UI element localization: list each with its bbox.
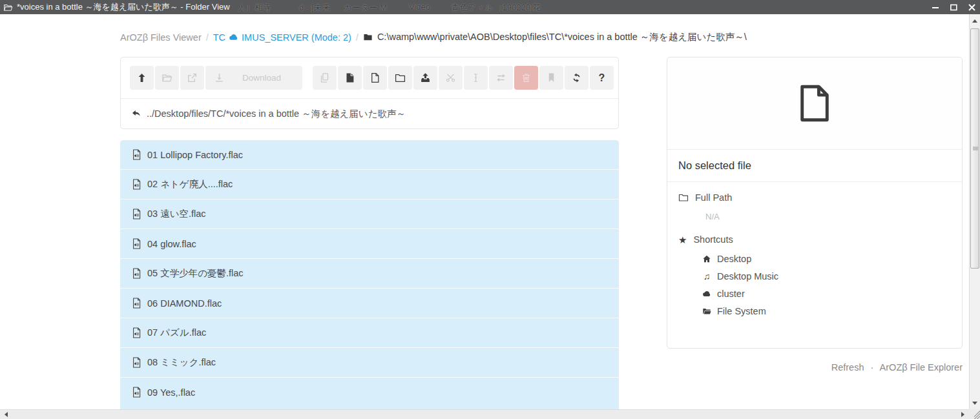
toolbar-card: Download? ../Desktop/files/TC/*voices in… <box>120 57 619 129</box>
footer: Refresh · ArOZβ File Explorer <box>831 362 963 373</box>
delete-button[interactable] <box>514 66 538 90</box>
app-name-link[interactable]: ArOZβ File Explorer <box>880 362 963 373</box>
file-row[interactable]: 02 ネトゲ廃人....flac <box>120 169 619 199</box>
maximize-button[interactable] <box>949 3 958 11</box>
paste-button[interactable] <box>338 66 362 90</box>
file-icon <box>798 84 831 123</box>
shortcut-label: File System <box>717 306 766 316</box>
paste-icon <box>344 72 355 83</box>
rename-button[interactable] <box>464 66 488 90</box>
minimize-button[interactable] <box>931 3 940 11</box>
help-button[interactable]: ? <box>590 66 614 90</box>
window-resize-grip[interactable] <box>969 409 980 419</box>
file-row[interactable]: 01 Lollipop Factory.flac <box>120 140 619 169</box>
file-name: 07 パズル.flac <box>147 327 206 339</box>
file-list: 01 Lollipop Factory.flac02 ネトゲ廃人....flac… <box>120 140 619 407</box>
close-button[interactable] <box>967 3 976 11</box>
open-button[interactable] <box>155 66 179 90</box>
rename-icon <box>470 72 481 83</box>
go-up-button[interactable] <box>130 66 154 90</box>
folder-solid-icon <box>363 32 373 42</box>
background-window-label: 人］相寺 <box>238 2 271 14</box>
file-name: 06 DIAMOND.flac <box>147 298 222 309</box>
shortcut-item-cluster[interactable]: cluster <box>702 289 951 299</box>
full-path-label: Full Path <box>695 192 732 203</box>
external-link-icon <box>187 72 198 83</box>
vertical-scrollbar-thumb[interactable] <box>970 28 979 269</box>
shortcut-item-file-system[interactable]: File System <box>702 306 951 316</box>
help-icon: ? <box>599 73 605 83</box>
scroll-down-button[interactable] <box>970 398 980 408</box>
file-row[interactable]: 06 DIAMOND.flac <box>120 288 619 318</box>
breadcrumb-server-group: TC <box>213 32 225 43</box>
audio-file-icon <box>132 238 141 249</box>
scroll-left-button[interactable] <box>1 411 10 418</box>
footer-separator: · <box>871 362 874 373</box>
cloud-icon <box>229 32 238 42</box>
file-row[interactable]: 05 文学少年の憂鬱.flac <box>120 258 619 288</box>
audio-file-icon <box>132 327 141 338</box>
audio-file-icon <box>132 268 141 279</box>
file-row[interactable]: 09 Yes,.flac <box>120 377 619 407</box>
breadcrumb-separator: / <box>206 32 209 43</box>
reply-arrow-icon <box>131 108 141 119</box>
shortcuts-header: ★ Shortcuts <box>678 234 951 245</box>
background-window-label: [190220]花 <box>500 2 541 14</box>
scroll-right-button[interactable] <box>958 411 967 418</box>
refresh-link[interactable]: Refresh <box>831 362 864 373</box>
shortcut-item-desktop-music[interactable]: ♫Desktop Music <box>702 271 951 281</box>
breadcrumb-current-path: C:\wamp\www\private\AOB\Desktop\files\TC… <box>363 31 747 43</box>
folder-open-icon <box>162 72 172 83</box>
cut-icon <box>445 72 456 83</box>
move-button[interactable] <box>489 66 513 90</box>
file-name: 03 遠い空.flac <box>147 208 206 220</box>
file-details-panel: No selected file Full Path N/A ★ Shortcu… <box>667 57 963 349</box>
open-external-button[interactable] <box>180 66 204 90</box>
cut-button[interactable] <box>439 66 463 90</box>
vertical-scrollbar[interactable] <box>969 14 980 409</box>
audio-file-icon <box>132 298 141 309</box>
copy-button[interactable] <box>313 66 337 90</box>
breadcrumb-separator: / <box>356 32 359 43</box>
shortcut-item-desktop[interactable]: Desktop <box>702 254 951 264</box>
copy-icon <box>319 72 330 83</box>
file-name: 05 文学少年の憂鬱.flac <box>147 267 244 280</box>
shortcut-list: Desktop♫Desktop MusicclusterFile System <box>702 254 951 316</box>
download-button[interactable]: Download <box>205 66 302 90</box>
refresh-button[interactable] <box>565 66 589 90</box>
full-path-header: Full Path <box>678 192 951 203</box>
new-folder-button[interactable] <box>388 66 412 90</box>
folder-outline-icon <box>678 192 689 203</box>
upload-icon <box>420 72 431 83</box>
bookmark-icon <box>546 72 557 83</box>
file-row[interactable]: 07 パズル.flac <box>120 318 619 347</box>
file-name: 08 ミミック.flac <box>147 356 216 369</box>
file-row[interactable]: 03 遠い空.flac <box>120 199 619 229</box>
new-file-button[interactable] <box>363 66 387 90</box>
window-title: *voices in a bottle ～海を越え届いた歌声～ - Folder… <box>17 1 230 13</box>
download-icon <box>214 72 225 83</box>
upload-button[interactable] <box>413 66 437 90</box>
scroll-up-button[interactable] <box>970 15 980 26</box>
parent-path-bar[interactable]: ../Desktop/files/TC/*voices in a bottle … <box>121 99 618 128</box>
breadcrumb-server[interactable]: TC IMUS_SERVER (Mode: 2) <box>213 32 351 43</box>
file-name: 02 ネトゲ廃人....flac <box>147 178 233 190</box>
toolbar: Download? <box>121 57 618 99</box>
new-folder-icon <box>395 72 406 83</box>
file-row[interactable]: 04 glow.flac <box>120 229 619 258</box>
download-button-label: Download <box>225 73 302 83</box>
background-window-label: 青色フィル <box>451 2 494 14</box>
breadcrumb-path-text: C:\wamp\www\private\AOB\Desktop\files\TC… <box>377 31 747 43</box>
horizontal-scrollbar[interactable] <box>0 409 980 419</box>
file-row[interactable]: 08 ミミック.flac <box>120 347 619 377</box>
shortcut-label: Desktop Music <box>717 271 778 281</box>
file-name: 01 Lollipop Factory.flac <box>147 150 243 160</box>
trash-icon <box>521 72 532 83</box>
file-name: 04 glow.flac <box>147 239 196 249</box>
shortcuts-label: Shortcuts <box>693 234 733 245</box>
no-selection-message: No selected file <box>667 150 962 182</box>
file-preview-area <box>667 57 962 150</box>
breadcrumb-app-name[interactable]: ArOZβ Files Viewer <box>120 32 202 43</box>
background-window-label: d - [未来 <box>299 2 330 14</box>
bookmark-button[interactable] <box>539 66 563 90</box>
